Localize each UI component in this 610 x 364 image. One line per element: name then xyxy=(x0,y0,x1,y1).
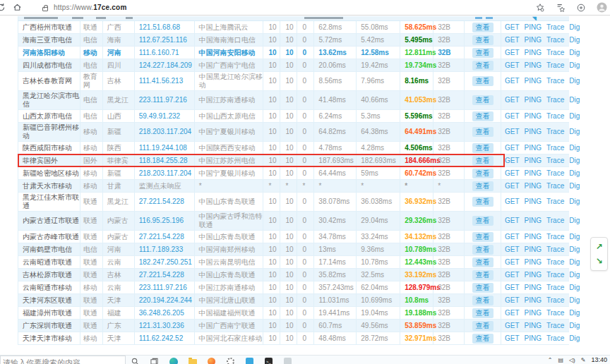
resolved-ip-link[interactable]: 220.194.224.244 xyxy=(135,294,195,306)
view-button[interactable]: 查看 xyxy=(472,23,494,32)
ping-link[interactable]: PING xyxy=(525,245,542,254)
tray-volume-icon[interactable]: ◁) xyxy=(569,357,575,363)
view-button[interactable]: 查看 xyxy=(472,308,494,318)
trace-link[interactable]: Trace xyxy=(546,169,564,178)
trace-link[interactable]: Trace xyxy=(546,334,564,343)
extensions-icon[interactable] xyxy=(575,2,587,13)
resolved-ip-link[interactable]: 116.95.25.196 xyxy=(135,212,195,230)
table-row[interactable]: 天津河东区联通 联通 天津 220.194.224.244 中国河北唐山联通 1… xyxy=(18,294,569,307)
get-link[interactable]: GET xyxy=(505,233,520,241)
ping-link[interactable]: PING xyxy=(525,77,542,85)
get-link[interactable]: GET xyxy=(505,169,520,178)
refresh-icon[interactable] xyxy=(0,2,6,13)
view-button[interactable]: 查看 xyxy=(472,156,494,166)
search-icon[interactable] xyxy=(131,357,140,364)
trace-link[interactable]: Trace xyxy=(546,322,564,330)
trace-link[interactable]: Trace xyxy=(546,182,564,190)
table-row[interactable]: 广东深圳市联通 联通 广东 121.31.30.236 中国广西南宁联通 10 … xyxy=(18,320,569,332)
ping-link[interactable]: PING xyxy=(525,334,542,343)
orange-app-icon[interactable] xyxy=(207,357,216,364)
view-button[interactable]: 查看 xyxy=(472,35,494,45)
table-row[interactable]: 广西梧州市联通 联通 广西 121.51.68.68 中国上海腾讯云 10 10… xyxy=(18,21,569,34)
scroll-top-arrow-icon[interactable]: ↗ xyxy=(595,243,602,251)
blue-app-icon[interactable] xyxy=(245,357,254,364)
trace-link[interactable]: Trace xyxy=(546,128,564,136)
ping-link[interactable]: PING xyxy=(525,96,542,104)
view-button[interactable]: 查看 xyxy=(472,143,494,153)
get-link[interactable]: GET xyxy=(505,198,520,206)
ping-link[interactable]: PING xyxy=(525,61,542,70)
dig-link[interactable]: Dig xyxy=(569,144,580,152)
ping-link[interactable]: PING xyxy=(525,322,542,330)
tray-ime-icon[interactable]: ✎ xyxy=(581,357,586,363)
table-row[interactable]: 内蒙古赤峰市联通 联通 内蒙古 27.221.54.228 中国山东青岛联通 1… xyxy=(18,231,569,243)
ping-link[interactable]: PING xyxy=(525,157,542,165)
home-icon[interactable] xyxy=(11,2,23,13)
trace-link[interactable]: Trace xyxy=(546,77,564,85)
ping-link[interactable]: PING xyxy=(525,169,542,178)
dig-link[interactable]: Dig xyxy=(569,334,580,343)
ping-link[interactable]: PING xyxy=(525,198,542,206)
ping-link[interactable]: PING xyxy=(525,296,542,305)
trace-link[interactable]: Trace xyxy=(546,217,564,225)
ping-link[interactable]: PING xyxy=(525,258,542,267)
terminal-icon[interactable]: >_ xyxy=(264,357,273,364)
table-row[interactable]: 福建漳州市联通 联通 福建 36.248.26.205 中国福建福州联通 10 … xyxy=(18,307,569,320)
dig-link[interactable]: Dig xyxy=(569,128,580,136)
resolved-ip-link[interactable]: 59.49.91.232 xyxy=(135,110,195,122)
resolved-ip-link[interactable]: 223.111.97.216 xyxy=(135,91,195,109)
trace-link[interactable]: Trace xyxy=(546,309,564,317)
ping-link[interactable]: PING xyxy=(525,23,542,32)
table-row[interactable]: 内蒙古通辽市联通 联通 内蒙古 116.95.25.196 中国内蒙古呼和浩特联… xyxy=(18,212,569,231)
ping-link[interactable]: PING xyxy=(525,112,542,121)
resolved-ip-link[interactable]: 218.203.117.204 xyxy=(135,167,195,179)
get-link[interactable]: GET xyxy=(505,36,520,44)
view-button[interactable]: 查看 xyxy=(472,245,494,255)
trace-link[interactable]: Trace xyxy=(546,284,564,292)
get-link[interactable]: GET xyxy=(505,284,520,292)
view-button[interactable]: 查看 xyxy=(472,169,494,178)
view-button[interactable]: 查看 xyxy=(472,334,494,344)
dig-link[interactable]: Dig xyxy=(569,112,580,121)
table-row[interactable]: 吉林长春教育网 教育网 吉林 111.41.56.213 中国黑龙江哈尔滨移动 … xyxy=(18,72,569,91)
view-button[interactable]: 查看 xyxy=(472,216,494,226)
ping-link[interactable]: PING xyxy=(525,128,542,136)
dig-link[interactable]: Dig xyxy=(569,233,580,241)
get-link[interactable]: GET xyxy=(505,61,520,70)
view-button[interactable]: 查看 xyxy=(472,296,494,305)
resolved-ip-link[interactable]: 111.19.244.108 xyxy=(135,142,195,154)
dig-link[interactable]: Dig xyxy=(569,322,580,330)
view-button[interactable]: 查看 xyxy=(472,95,494,105)
trace-link[interactable]: Trace xyxy=(546,36,564,44)
get-link[interactable]: GET xyxy=(505,245,520,254)
ping-link[interactable]: PING xyxy=(525,309,542,317)
scroll-bottom-arrow-icon[interactable]: ↘ xyxy=(595,257,602,265)
get-link[interactable]: GET xyxy=(505,322,520,330)
trace-link[interactable]: Trace xyxy=(546,144,564,152)
ping-link[interactable]: PING xyxy=(525,233,542,241)
table-row[interactable]: 河南洛阳移动 移动 河南 111.6.160.71 中国河南安阳移动 10 10… xyxy=(18,47,569,59)
view-button[interactable]: 查看 xyxy=(472,181,494,191)
table-row[interactable]: 甘肃天水市移动 移动 甘肃 监测点未响应 * * * * * * * * 查看 … xyxy=(18,180,569,193)
resolved-ip-link[interactable]: 121.31.30.236 xyxy=(135,320,195,332)
resolved-ip-link[interactable]: 监测点未响应 xyxy=(135,180,195,192)
tray-display-icon[interactable]: ▤ xyxy=(558,357,563,363)
resolved-ip-link[interactable]: 121.51.68.68 xyxy=(135,21,195,33)
trace-link[interactable]: Trace xyxy=(546,61,564,70)
task-view-icon[interactable] xyxy=(150,357,159,364)
dig-link[interactable]: Dig xyxy=(569,296,580,305)
table-row[interactable]: 菲律宾国外 国外 菲律宾 118.184.255.28 中国江苏苏州电信 10 … xyxy=(18,154,569,167)
ping-link[interactable]: PING xyxy=(525,271,542,279)
dig-link[interactable]: Dig xyxy=(569,198,580,206)
view-button[interactable]: 查看 xyxy=(472,111,494,121)
address-bar[interactable]: https://www.17ce.com xyxy=(42,1,534,14)
get-link[interactable]: GET xyxy=(505,334,520,343)
trace-link[interactable]: Trace xyxy=(546,233,564,241)
trace-link[interactable]: Trace xyxy=(546,296,564,305)
table-row[interactable]: 云南昭通市联通 联通 云南 182.247.250.251 中国云南昆明电信 1… xyxy=(18,256,569,269)
get-link[interactable]: GET xyxy=(505,144,520,152)
trace-link[interactable]: Trace xyxy=(546,271,564,279)
resolved-ip-link[interactable]: 223.111.97.216 xyxy=(135,281,195,293)
table-row[interactable]: 陕西咸阳市移动 移动 陕西 111.19.244.108 中国陕西西安移动 10… xyxy=(18,142,569,154)
resolved-ip-link[interactable]: 118.184.255.28 xyxy=(135,154,195,166)
